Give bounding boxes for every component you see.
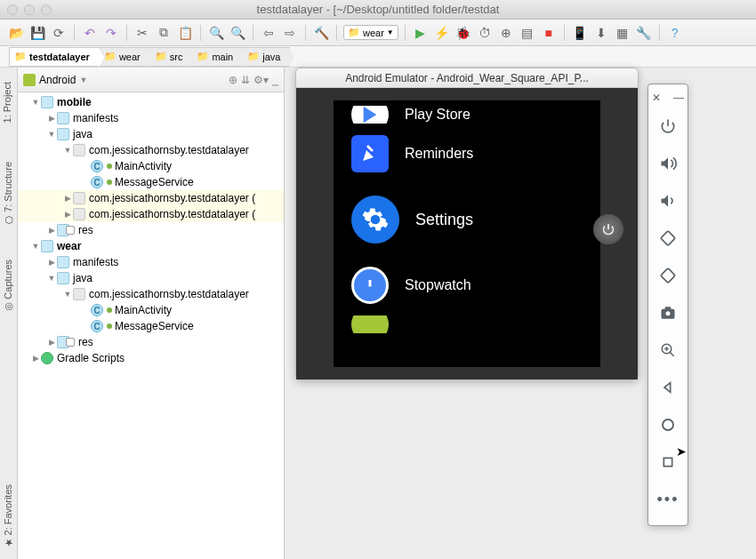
emulator-title: Android Emulator - Android_Wear_Square_A…	[296, 68, 638, 88]
app-reminders[interactable]: Reminders	[334, 124, 600, 184]
node-wear[interactable]: ▼wear	[18, 238, 284, 254]
svg-point-12	[663, 419, 673, 430]
left-tool-gutter: 1: Project ⬡ 7: Structure ◎ Captures ★ 2…	[0, 68, 18, 559]
node-mobile[interactable]: ▼mobile	[18, 94, 284, 110]
save-icon[interactable]: 💾	[28, 24, 46, 42]
layout-icon[interactable]: ▦	[614, 24, 631, 42]
coverage-icon[interactable]: ▤	[519, 24, 536, 42]
emulator-close-icon[interactable]: ✕	[652, 92, 661, 108]
node-wear-res[interactable]: ▶res	[18, 334, 284, 350]
node-mobile-messageservice[interactable]: CMessageService	[18, 174, 284, 190]
help-icon[interactable]: ?	[666, 24, 684, 42]
find-icon[interactable]: 🔍	[207, 24, 225, 42]
device-icon[interactable]: 🔧	[635, 24, 653, 42]
stop-icon[interactable]: ■	[540, 24, 558, 42]
emulator-rotate-left-icon[interactable]	[648, 220, 688, 257]
app-playstore[interactable]: Play Store	[334, 106, 600, 124]
redo-icon[interactable]: ↷	[102, 24, 120, 42]
node-wear-mainactivity[interactable]: CMainActivity	[18, 302, 284, 318]
traffic-lights[interactable]	[7, 4, 52, 15]
project-header[interactable]: Android ▼ ⊕ ⇊ ⚙▾ ⎯	[18, 68, 284, 92]
svg-line-8	[670, 352, 674, 356]
emulator-more-icon[interactable]: •••	[648, 481, 688, 518]
emulator-power-icon[interactable]	[648, 108, 688, 145]
app-settings[interactable]: Settings	[334, 184, 600, 255]
crumb-src[interactable]: 📁src	[149, 47, 193, 67]
profile-icon[interactable]: ⏱	[476, 24, 494, 42]
hide-icon[interactable]: ⎯	[272, 74, 278, 86]
crumb-root[interactable]: 📁testdatalayer	[9, 47, 100, 67]
crumb-java[interactable]: 📁java	[242, 47, 290, 67]
node-mobile-pkg[interactable]: ▼com.jessicathornsby.testdatalayer	[18, 142, 284, 158]
tab-project[interactable]: 1: Project	[0, 76, 18, 128]
emulator-home-icon[interactable]	[648, 406, 688, 443]
project-panel: Android ▼ ⊕ ⇊ ⚙▾ ⎯ ▼mobile ▶manifests ▼j…	[18, 68, 285, 559]
emulator-volume-down-icon[interactable]	[648, 182, 688, 220]
node-mobile-pkg2[interactable]: ▶com.jessicathornsby.testdatalayer (	[18, 190, 284, 206]
sync-icon[interactable]: ⟳	[50, 24, 68, 42]
emulator-power-button[interactable]	[593, 214, 623, 244]
node-wear-manifests[interactable]: ▶manifests	[18, 254, 284, 270]
tab-captures[interactable]: ◎ Captures	[0, 254, 18, 318]
emulator-rotate-right-icon[interactable]	[648, 257, 688, 294]
debug-icon[interactable]: 🐞	[454, 24, 472, 42]
crumb-main[interactable]: 📁main	[191, 47, 243, 67]
svg-rect-6	[665, 307, 672, 309]
node-wear-java[interactable]: ▼java	[18, 270, 284, 286]
svg-rect-13	[664, 458, 672, 466]
forward-icon[interactable]: ⇨	[281, 24, 299, 42]
node-mobile-manifests[interactable]: ▶manifests	[18, 110, 284, 126]
svg-marker-11	[664, 383, 671, 393]
node-mobile-pkg3[interactable]: ▶com.jessicathornsby.testdatalayer (	[18, 206, 284, 222]
node-mobile-mainactivity[interactable]: CMainActivity	[18, 158, 284, 174]
emulator-overview-icon[interactable]	[648, 443, 688, 481]
app-stopwatch[interactable]: Stopwatch	[334, 255, 600, 315]
run-icon[interactable]: ▶	[412, 24, 430, 42]
copy-icon[interactable]: ⧉	[155, 24, 173, 42]
back-icon[interactable]: ⇦	[260, 24, 277, 42]
avd-icon[interactable]: 📱	[571, 24, 589, 42]
project-tree[interactable]: ▼mobile ▶manifests ▼java ▼com.jessicatho…	[18, 92, 284, 559]
tab-favorites[interactable]: ★ 2: Favorites	[0, 479, 18, 554]
sdk-icon[interactable]: ⬇	[592, 24, 610, 42]
run-config-dropdown[interactable]: 📁 wear ▼	[343, 25, 398, 40]
tab-structure[interactable]: ⬡ 7: Structure	[0, 156, 18, 231]
paste-icon[interactable]: 📋	[176, 24, 194, 42]
svg-rect-3	[661, 268, 675, 283]
run-config-label: wear	[363, 28, 384, 38]
emulator-window[interactable]: Android Emulator - Android_Wear_Square_A…	[295, 68, 639, 380]
apply-changes-icon[interactable]: ⚡	[433, 24, 451, 42]
build-icon[interactable]: 🔨	[312, 24, 330, 42]
emulator-frame: Play Store Reminders Settings Stopwatch	[296, 88, 638, 379]
node-wear-messageservice[interactable]: CMessageService	[18, 318, 284, 334]
node-gradle[interactable]: ▶Gradle Scripts	[18, 350, 284, 366]
svg-rect-2	[661, 231, 675, 245]
svg-marker-0	[364, 107, 377, 123]
settings-icon[interactable]: ⚙▾	[253, 74, 269, 86]
breadcrumb-bar: 📁testdatalayer 📁wear 📁src 📁main 📁java	[0, 46, 756, 68]
project-mode: Android	[39, 74, 76, 86]
node-mobile-res[interactable]: ▶res	[18, 222, 284, 238]
node-wear-pkg[interactable]: ▼com.jessicathornsby.testdatalayer	[18, 286, 284, 302]
app-partial-bottom[interactable]	[334, 315, 600, 333]
attach-icon[interactable]: ⊕	[497, 24, 515, 42]
emulator-zoom-icon[interactable]	[648, 331, 688, 369]
open-icon[interactable]: 📂	[7, 24, 25, 42]
emulator-toolbar: ✕— •••	[647, 84, 688, 526]
node-mobile-java[interactable]: ▼java	[18, 126, 284, 142]
cut-icon[interactable]: ✂	[133, 24, 151, 42]
android-icon	[23, 74, 36, 86]
collapse-icon[interactable]: ⇊	[241, 74, 250, 86]
crumb-wear[interactable]: 📁wear	[99, 47, 150, 67]
target-icon[interactable]: ⊕	[229, 74, 237, 86]
emulator-minimize-icon[interactable]: —	[673, 92, 684, 108]
replace-icon[interactable]: 🔍	[229, 24, 246, 42]
undo-icon[interactable]: ↶	[81, 24, 99, 42]
emulator-screen[interactable]: Play Store Reminders Settings Stopwatch	[334, 100, 600, 367]
svg-point-5	[666, 311, 671, 315]
svg-rect-1	[369, 280, 372, 287]
emulator-volume-up-icon[interactable]	[648, 145, 688, 182]
emulator-screenshot-icon[interactable]	[648, 294, 688, 331]
emulator-back-icon[interactable]	[648, 369, 688, 406]
main-toolbar: 📂 💾 ⟳ ↶ ↷ ✂ ⧉ 📋 🔍 🔍 ⇦ ⇨ 🔨 📁 wear ▼ ▶ ⚡ 🐞…	[0, 20, 756, 46]
